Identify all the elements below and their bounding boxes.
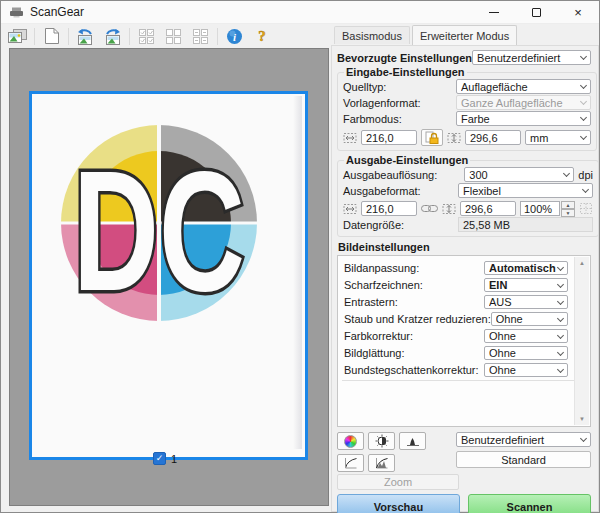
thumbnail-view-button[interactable] — [5, 26, 30, 47]
scangear-window: ScanGear × — [0, 0, 600, 513]
tab-basic-mode[interactable]: Basismodus — [334, 26, 410, 44]
scanned-image: DC — [32, 94, 305, 457]
input-settings-title: Eingabe-Einstellungen — [344, 66, 467, 78]
link-icon — [421, 204, 438, 213]
image-settings-scrollbar[interactable]: ▲ ▼ — [574, 257, 589, 425]
tone-curve-icon — [344, 457, 358, 469]
uncheck-all-icon — [165, 28, 182, 44]
color-mode-label: Farbmodus: — [343, 113, 456, 125]
chevron-down-icon — [563, 170, 570, 177]
output-width-field[interactable]: 216,0 — [361, 201, 417, 216]
output-height-field[interactable]: 296,6 — [460, 201, 516, 216]
minimize-button[interactable] — [473, 1, 515, 23]
image-adjust-select[interactable]: Automatisch — [484, 261, 568, 275]
toolbar-separator — [217, 28, 218, 45]
color-wheel-icon — [344, 435, 357, 448]
maximize-icon — [532, 8, 541, 17]
color-adjustment-buttons — [337, 432, 456, 472]
gutter-shadow-select[interactable]: Ohne — [484, 363, 568, 377]
aspect-lock-button[interactable] — [421, 129, 443, 146]
advanced-mode-page: Bevorzugte Einstellungen Benutzerdefinie… — [331, 45, 599, 512]
chevron-down-icon — [557, 263, 564, 270]
height-icon — [447, 132, 461, 144]
chevron-down-icon — [580, 98, 587, 105]
unit-select[interactable]: mm — [525, 130, 591, 145]
chevron-down-icon — [557, 365, 564, 372]
scale-stepper[interactable]: 100% ▲ ▼ — [520, 201, 575, 216]
output-settings-title: Ausgabe-Einstellungen — [344, 154, 470, 166]
image-settings-title: Bildeinstellungen — [338, 241, 590, 253]
chevron-down-icon — [557, 280, 564, 287]
dust-scratches-select[interactable]: Ohne — [491, 312, 568, 326]
adjustment-preset-select[interactable]: Benutzerdefiniert — [456, 432, 591, 447]
output-format-select[interactable]: Flexibel — [458, 183, 593, 198]
chevron-down-icon — [557, 331, 564, 338]
spin-up-icon[interactable]: ▲ — [561, 201, 575, 209]
thumbnail-icon — [8, 29, 27, 44]
scan-selection-frame[interactable]: DC — [29, 91, 308, 460]
grain-correction-select[interactable]: Ohne — [484, 346, 568, 360]
unlock-icon — [425, 131, 439, 144]
chevron-down-icon — [580, 82, 587, 89]
check-all-frames-button[interactable] — [134, 26, 159, 47]
saturation-button[interactable] — [337, 432, 364, 450]
scale-field[interactable]: 100% — [520, 201, 560, 216]
image-settings-panel: Bildanpassung: Automatisch Scharfzeichne… — [337, 255, 591, 427]
frame-checkbox[interactable]: ✓ — [153, 452, 166, 465]
favorite-settings-label: Bevorzugte Einstellungen — [337, 52, 472, 64]
select-frames-icon — [192, 28, 209, 44]
color-mode-select[interactable]: Farbe — [456, 111, 591, 126]
frame-number: 1 — [171, 453, 177, 465]
scroll-down-icon[interactable]: ▼ — [579, 416, 585, 422]
uncheck-all-frames-button[interactable] — [161, 26, 186, 47]
spin-down-icon[interactable]: ▼ — [561, 209, 575, 217]
output-settings-group: Ausgabe-Einstellungen Ausgabeauflösung: … — [337, 154, 599, 237]
maximize-button[interactable] — [515, 1, 557, 23]
rotate-right-button[interactable] — [100, 26, 125, 47]
close-button[interactable]: × — [557, 1, 599, 23]
gutter-shadow-label: Bundstegschattenkorrektur: — [344, 364, 484, 376]
dpi-label: dpi — [578, 169, 593, 181]
input-height-field[interactable]: 296,6 — [465, 130, 521, 145]
settings-panel: Basismodus Erweiterter Modus Bevorzugte … — [331, 26, 600, 513]
dust-scratches-label: Staub und Kratzer reduzieren: — [344, 313, 491, 325]
scanner-icon — [9, 6, 24, 18]
title-bar: ScanGear × — [1, 1, 599, 24]
tab-advanced-mode[interactable]: Erweiterter Modus — [412, 25, 517, 45]
input-width-field[interactable]: 216,0 — [361, 130, 417, 145]
descreen-label: Entrastern: — [344, 296, 484, 308]
preview-button[interactable]: Vorschau — [337, 494, 460, 513]
standard-button[interactable]: Standard — [456, 451, 591, 468]
check-all-icon — [138, 28, 155, 44]
help-button[interactable]: ? — [249, 26, 274, 47]
minimize-icon — [489, 12, 499, 13]
output-resolution-select[interactable]: 300 — [464, 167, 574, 182]
data-size-value: 25,58 MB — [458, 217, 593, 232]
toolbar-separator — [34, 28, 35, 45]
histogram-button[interactable] — [399, 432, 426, 450]
select-all-frames-button[interactable] — [188, 26, 213, 47]
grain-correction-label: Bildglättung: — [344, 347, 484, 359]
final-review-button[interactable] — [368, 454, 395, 472]
fading-correction-select[interactable]: Ohne — [484, 329, 568, 343]
tone-curve-button[interactable] — [337, 454, 364, 472]
scroll-up-icon[interactable]: ▲ — [579, 260, 585, 266]
toolbar-separator — [129, 28, 130, 45]
source-label: Quelltyp: — [343, 81, 456, 93]
whole-image-button[interactable] — [39, 26, 64, 47]
favorite-settings-select[interactable]: Benutzerdefiniert — [472, 50, 591, 65]
final-review-icon — [375, 457, 389, 469]
output-resolution-label: Ausgabeauflösung: — [343, 169, 464, 181]
scan-button[interactable]: Scannen — [468, 494, 591, 513]
brightness-contrast-button[interactable] — [368, 432, 395, 450]
preview-area[interactable]: DC ✓ 1 — [9, 48, 329, 506]
source-select[interactable]: Auflagefläche — [456, 79, 591, 94]
chevron-down-icon — [557, 348, 564, 355]
descreen-select[interactable]: AUS — [484, 295, 568, 309]
mode-tabs: Basismodus Erweiterter Modus — [331, 26, 600, 45]
rotate-left-button[interactable] — [73, 26, 98, 47]
chevron-down-icon — [580, 133, 587, 140]
histogram-icon — [406, 435, 420, 447]
information-button[interactable]: i — [222, 26, 247, 47]
sharpen-select[interactable]: EIN — [484, 278, 568, 292]
